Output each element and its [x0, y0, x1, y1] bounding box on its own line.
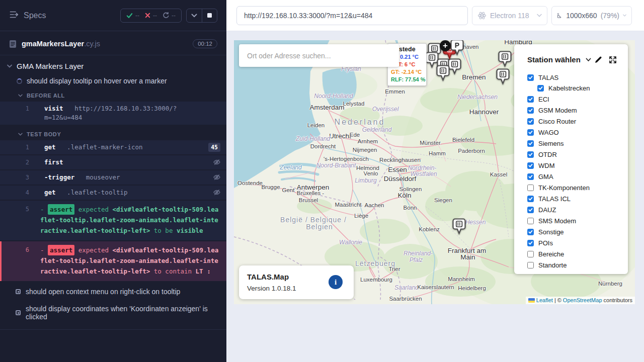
pending-test-row[interactable]: should open context menu on right-click …: [0, 283, 226, 300]
command-assert-failed[interactable]: 6 - assert expected <div#leaflet-tooltip…: [0, 241, 226, 281]
checkbox-checked[interactable]: [527, 140, 534, 147]
station-marker[interactable]: [498, 51, 512, 70]
map-label: Brugge: [261, 184, 280, 190]
suite-row[interactable]: GMA Markers Layer: [0, 55, 226, 73]
viewport-select[interactable]: 1000x660 (79%): [551, 6, 632, 25]
specs-title[interactable]: Specs: [24, 11, 46, 20]
specs-menu-icon[interactable]: [9, 10, 19, 21]
layer-label: Sonstige: [538, 228, 564, 236]
checkbox-checked[interactable]: [527, 129, 534, 136]
active-test-row[interactable]: should display tooltip on hover over a m…: [0, 73, 226, 88]
stat-pending: --: [163, 12, 176, 19]
checkbox-checked[interactable]: [527, 229, 534, 235]
checkbox-checked[interactable]: [527, 173, 534, 180]
before-all-header[interactable]: BEFORE ALL: [0, 88, 226, 102]
map-label: Luxembourg: [360, 277, 392, 283]
cluster-add-marker[interactable]: +: [440, 40, 451, 51]
layer-toggle-sonstige[interactable]: Sonstige: [527, 228, 617, 235]
checkbox-unchecked[interactable]: [527, 251, 534, 257]
layer-toggle-otdr[interactable]: OTDR: [527, 151, 617, 158]
command-first[interactable]: 2 first: [0, 155, 226, 169]
test-title: should display tooltip on hover over a m…: [27, 77, 167, 85]
stop-button[interactable]: [202, 9, 217, 22]
map-label: Mannheim: [448, 276, 475, 282]
suite-title: GMA Markers Layer: [17, 62, 84, 70]
search-input[interactable]: [239, 44, 399, 67]
before-all-commands: 1 visit http://192.168.10.33:3000/?m=12&…: [0, 102, 226, 125]
map-label: 's-Hertogenbosch: [324, 156, 369, 162]
layer-label: Standorte: [538, 261, 567, 269]
layer-label: POIs: [538, 239, 553, 247]
layer-toggle-eci[interactable]: ECI: [527, 96, 617, 103]
assert-badge: assert: [48, 204, 74, 215]
edit-pencil-icon[interactable]: [594, 56, 602, 64]
expand-icon[interactable]: [609, 56, 617, 64]
checkbox-checked[interactable]: [527, 107, 534, 114]
checkbox-checked[interactable]: [527, 74, 534, 81]
checkbox-checked[interactable]: [527, 207, 534, 213]
aut-panel: http://192.168.10.33:3000/?m=12&u=484 El…: [226, 0, 644, 362]
map-label: Gent: [282, 187, 295, 193]
map-label: Saarbrücken: [389, 296, 422, 302]
checkbox-checked[interactable]: [527, 196, 534, 202]
map-label: Kaiserslautern: [417, 284, 454, 290]
layer-toggle-gsm-modem[interactable]: GSM Modem: [527, 107, 617, 114]
layer-toggle-pois[interactable]: POIs: [527, 239, 617, 246]
command-get-tooltip[interactable]: 4 get .leaflet-tooltip: [0, 186, 226, 200]
map-label: Siegen: [434, 197, 452, 203]
pending-test-row[interactable]: should display coordinates when 'Koordin…: [0, 300, 226, 325]
checkbox-checked[interactable]: [527, 96, 534, 103]
layer-toggle-gma[interactable]: GMA: [527, 173, 617, 180]
url-input[interactable]: http://192.168.10.33:3000/?m=12&u=484: [236, 6, 468, 25]
browser-select[interactable]: Electron 118: [472, 6, 547, 25]
station-marker[interactable]: [496, 68, 510, 87]
parking-marker[interactable]: P: [450, 40, 464, 58]
checkbox-unchecked[interactable]: [527, 185, 534, 191]
layer-toggle-cisco-router[interactable]: Cisco Router: [527, 118, 617, 125]
map-label: Köln: [397, 192, 411, 199]
info-icon[interactable]: i: [329, 275, 343, 289]
checkbox-checked[interactable]: [527, 240, 534, 246]
layer-toggle-talas[interactable]: TALAS: [527, 74, 617, 81]
map-label: Münster: [420, 140, 441, 146]
layer-toggle-bereiche[interactable]: Bereiche: [527, 250, 617, 257]
checkbox-checked[interactable]: [527, 151, 534, 158]
leaflet-link[interactable]: Leaflet: [536, 297, 553, 303]
map-label: Venlo: [364, 170, 378, 176]
layer-toggle-tk-komponenten[interactable]: TK-Komponenten: [527, 184, 617, 191]
command-trigger[interactable]: 3 -trigger mouseover: [0, 170, 226, 185]
checkbox-checked[interactable]: [537, 85, 544, 92]
collapse-all-button[interactable]: [187, 9, 202, 22]
layer-label: ECI: [538, 96, 549, 103]
station-marker[interactable]: [436, 65, 450, 84]
leaflet-map[interactable]: HamburgBremerhavenBremenNiedersachsenHan…: [234, 40, 635, 304]
station-marker[interactable]: [452, 218, 466, 237]
checkbox-checked[interactable]: [527, 162, 534, 169]
pending-test-icon: [16, 310, 21, 315]
reporter-header-buttons: [186, 9, 217, 23]
command-visit[interactable]: 1 visit http://192.168.10.33:3000/?m=12&…: [0, 102, 226, 125]
chevron-down-icon[interactable]: [586, 58, 591, 62]
layer-toggle-standorte[interactable]: Standorte: [527, 261, 617, 268]
test-body-header[interactable]: TEST BODY: [0, 127, 226, 140]
layer-toggle-sms-modem[interactable]: SMS Modem: [527, 217, 617, 224]
chevron-down-icon: [18, 133, 23, 136]
layer-toggle-kabelstrecken[interactable]: Kabelstrecken: [537, 84, 617, 92]
spec-file-row[interactable]: gmaMarkersLayer.cy.js 00:12: [0, 31, 226, 55]
panel-title[interactable]: Station wählen: [527, 55, 581, 64]
checkbox-checked[interactable]: [527, 118, 534, 125]
layer-toggle-wago[interactable]: WAGO: [527, 129, 617, 136]
layer-toggle-wdm[interactable]: WDM: [527, 162, 617, 169]
hidden-eye-icon: [213, 189, 221, 199]
command-assert-passed[interactable]: 5 - assert expected <div#leaflet-tooltip…: [0, 201, 226, 240]
map-label: Leiden: [307, 122, 325, 128]
checkbox-unchecked[interactable]: [527, 218, 534, 224]
osm-link[interactable]: OpenStreetMap: [563, 297, 602, 303]
layer-toggle-talas-icl[interactable]: TALAS ICL: [527, 195, 617, 202]
layer-label: Kabelstrecken: [548, 84, 590, 92]
map-label: Paderborn: [458, 148, 485, 154]
command-get[interactable]: 1 get .leaflet-marker-icon 45: [0, 140, 226, 154]
checkbox-unchecked[interactable]: [527, 262, 534, 268]
layer-toggle-siemens[interactable]: Siemens: [527, 140, 617, 147]
layer-toggle-dauz[interactable]: DAUZ: [527, 206, 617, 213]
